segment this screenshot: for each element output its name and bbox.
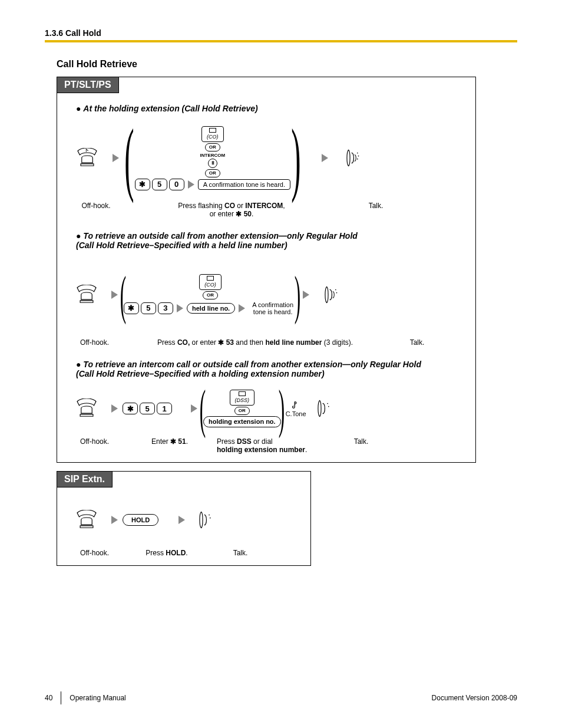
caption-mid: Press CO, or enter ✱ 53 and then held li… — [123, 338, 388, 347]
holding-ext-label: holding extension no. — [203, 416, 281, 427]
ctone-icon: C.Tone — [286, 400, 306, 417]
talk-icon — [196, 510, 216, 530]
svg-point-1 — [358, 156, 359, 157]
svg-point-2 — [357, 159, 358, 160]
arrow-icon — [191, 404, 197, 413]
caption-talk: Talk. — [323, 437, 399, 454]
arrow-icon — [113, 154, 119, 162]
offhook-icon — [75, 148, 100, 168]
panel-tab: PT/SLT/PS — [57, 77, 119, 93]
page-number: 40 — [45, 694, 52, 702]
or-pill: OR — [203, 291, 218, 299]
svg-point-5 — [327, 403, 328, 404]
arrow-icon — [111, 291, 118, 299]
offhook-icon — [74, 510, 99, 530]
co-button: (CO) — [199, 274, 222, 290]
caption-dss: Press DSS or dial holding extension numb… — [217, 437, 323, 454]
dial-keys: 5 0 — [135, 179, 184, 190]
caption-hold: Press HOLD. — [123, 549, 211, 557]
talk-icon — [315, 398, 335, 419]
svg-point-7 — [209, 515, 210, 516]
talk-icon — [322, 285, 342, 305]
arrow-icon — [188, 180, 194, 189]
caption-talk: Talk. — [338, 202, 414, 218]
caption-offhook: Off-hook. — [67, 549, 123, 557]
svg-point-3 — [335, 289, 336, 291]
arrow-icon — [239, 304, 245, 312]
breadcrumb: 1.3.6 Call Hold — [45, 28, 517, 38]
co-button: (CO) — [201, 126, 224, 142]
panel-sip: SIP Extn. HOLD Off-hook. Press HOLD. — [57, 471, 311, 566]
or-pill: OR — [234, 407, 250, 415]
arrow-icon — [322, 154, 328, 162]
header-rule — [45, 40, 517, 42]
section-title: Call Hold Retrieve — [57, 59, 517, 70]
or-pill: OR — [205, 143, 220, 151]
caption-offhook: Off-hook. — [67, 338, 123, 347]
dss-button: (DSS) — [230, 390, 255, 406]
svg-point-0 — [357, 153, 358, 154]
dial-keys: 5 3 — [124, 302, 173, 314]
arrow-icon — [111, 516, 118, 524]
block1-title: At the holding extension (Call Hold Retr… — [76, 104, 466, 113]
intercom-button: INTERCOM ⏸ — [200, 153, 226, 168]
svg-point-4 — [336, 292, 338, 294]
caption-mid: Press flashing CO or INTERCOM, or enter … — [125, 202, 338, 218]
dial-keys: 5 1 — [123, 403, 172, 414]
held-line-label: held line no. — [187, 303, 235, 314]
footer: 40 Operating Manual Document Version 200… — [45, 691, 517, 704]
caption-talk: Talk. — [388, 338, 447, 347]
arrow-icon — [303, 291, 309, 299]
block3-title: To retrieve an intercom call or outside … — [76, 360, 466, 378]
conf-note: A confirmation tone is heard. — [198, 179, 290, 190]
hold-button: HOLD — [123, 514, 158, 526]
caption-offhook: Off-hook. — [67, 202, 125, 218]
panel-pt-slt-ps: PT/SLT/PS At the holding extension (Call… — [57, 77, 476, 463]
panel-tab: SIP Extn. — [57, 472, 113, 487]
svg-point-8 — [210, 518, 211, 519]
svg-point-6 — [328, 406, 329, 407]
block2-title: To retrieve an outside call from another… — [76, 231, 466, 250]
conf-note: A confirmation tone is heard. — [249, 301, 297, 316]
caption-enter: Enter ✱ 51. — [123, 437, 217, 454]
offhook-icon — [74, 285, 99, 305]
offhook-icon — [74, 398, 99, 419]
footer-left: Operating Manual — [70, 694, 125, 702]
arrow-icon — [111, 404, 118, 413]
footer-right: Document Version 2008-09 — [432, 694, 517, 702]
arrow-icon — [178, 516, 185, 524]
arrow-icon — [177, 304, 183, 312]
caption-offhook: Off-hook. — [67, 437, 123, 454]
talk-icon — [343, 148, 363, 168]
caption-talk: Talk. — [211, 549, 270, 557]
or-pill: OR — [205, 169, 220, 177]
